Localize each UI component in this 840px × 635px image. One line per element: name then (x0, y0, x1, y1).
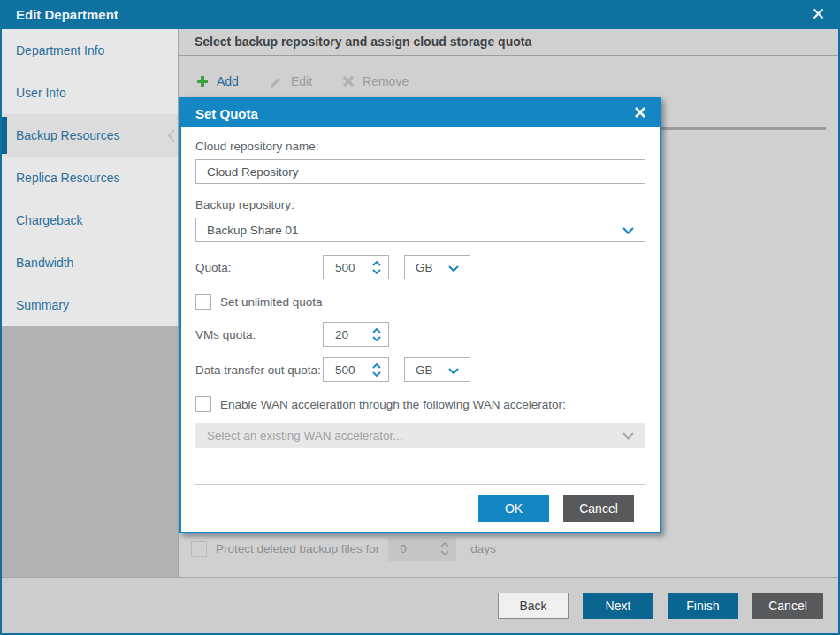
wan-acceleration-label: Enable WAN acceleration through the foll… (220, 398, 566, 411)
chevron-left-icon (168, 129, 175, 142)
quota-unit-select[interactable]: GB (404, 255, 470, 279)
unlimited-quota-checkbox[interactable] (195, 294, 211, 310)
chevron-down-icon[interactable] (440, 550, 449, 555)
edit-department-window: Edit Department Department Info User Inf… (0, 0, 840, 635)
wizard-footer: Back Next Finish Cancel (2, 577, 838, 633)
set-quota-close-button[interactable] (630, 103, 651, 124)
sidebar-item-department-info[interactable]: Department Info (2, 29, 178, 72)
sidebar-items: Department Info User Info Backup Resourc… (2, 29, 178, 326)
unlimited-quota-row: Set unlimited quota (195, 294, 645, 310)
chevron-up-icon[interactable] (372, 328, 381, 333)
chevron-up-icon[interactable] (440, 542, 449, 547)
wan-accelerator-select[interactable]: Select an existing WAN accelerator... (195, 423, 645, 448)
close-icon (634, 106, 646, 121)
sidebar-item-label: Backup Resources (16, 128, 120, 142)
chevron-up-icon[interactable] (372, 261, 381, 266)
dialog-cancel-button[interactable]: Cancel (563, 495, 634, 522)
sidebar-item-label: Bandwidth (16, 256, 73, 270)
vms-quota-row: VMs quota: 20 (195, 322, 645, 347)
protect-deleted-files-label: Protect deleted backup files for (216, 542, 379, 555)
remove-button[interactable]: Remove (342, 74, 409, 88)
next-button[interactable]: Next (583, 593, 653, 619)
repository-toolbar: Add Edit Remove (179, 56, 838, 88)
finish-button[interactable]: Finish (668, 593, 738, 619)
transfer-unit-select[interactable]: GB (404, 357, 470, 382)
wan-accelerator-placeholder: Select an existing WAN accelerator... (207, 429, 403, 442)
backup-repo-value: Backup Share 01 (207, 224, 299, 237)
edit-button[interactable]: Edit (269, 74, 312, 88)
pencil-icon (269, 74, 283, 88)
sidebar-item-chargeback[interactable]: Chargeback (2, 199, 178, 241)
repo-name-input[interactable] (195, 159, 645, 184)
stepper-arrows (372, 328, 388, 341)
wizard-sidebar: Department Info User Info Backup Resourc… (2, 29, 179, 577)
ok-button[interactable]: OK (478, 495, 549, 522)
chevron-down-icon (622, 429, 634, 442)
set-quota-body: Cloud repository name: Backup repository… (181, 127, 660, 522)
stepper-arrows (372, 261, 388, 274)
add-button-label: Add (217, 74, 239, 88)
chevron-down-icon[interactable] (372, 371, 381, 377)
set-quota-footer: OK Cancel (195, 484, 645, 522)
vms-quota-value: 20 (324, 328, 372, 341)
sidebar-item-label: Replica Resources (16, 171, 120, 185)
cancel-button[interactable]: Cancel (752, 593, 823, 619)
vms-quota-label: VMs quota: (195, 328, 323, 341)
remove-button-label: Remove (363, 74, 409, 88)
chevron-up-icon[interactable] (372, 363, 381, 369)
sidebar-item-label: User Info (16, 86, 66, 100)
protect-days-stepper: 0 (388, 537, 456, 561)
quota-stepper[interactable]: 500 (323, 255, 389, 279)
unlimited-quota-label: Set unlimited quota (220, 295, 323, 309)
wan-acceleration-checkbox[interactable] (195, 396, 211, 412)
set-quota-dialog: Set Quota Cloud repository name: Backup … (179, 97, 661, 533)
vms-quota-stepper[interactable]: 20 (323, 322, 389, 347)
sidebar-item-replica-resources[interactable]: Replica Resources (2, 157, 178, 199)
quota-label: Quota: (195, 261, 323, 274)
chevron-down-icon (448, 363, 459, 377)
window-title: Edit Department (16, 7, 118, 22)
wan-acceleration-row: Enable WAN acceleration through the foll… (195, 396, 645, 412)
backup-repo-label: Backup repository: (195, 198, 645, 211)
repo-name-label: Cloud repository name: (195, 140, 645, 153)
sidebar-item-summary[interactable]: Summary (2, 284, 178, 326)
window-titlebar: Edit Department (0, 0, 840, 29)
sidebar-item-backup-resources[interactable]: Backup Resources (2, 114, 178, 157)
back-button[interactable]: Back (498, 593, 569, 619)
x-icon (342, 75, 355, 88)
sidebar-item-label: Chargeback (16, 213, 83, 227)
step-title: Select backup repository and assign clou… (179, 29, 838, 56)
protect-days-suffix: days (470, 542, 496, 555)
plus-icon (196, 75, 209, 88)
set-quota-title: Set Quota (195, 106, 258, 121)
window-close-button[interactable] (808, 5, 828, 25)
protect-deleted-files-row: Protect deleted backup files for 0 days (191, 537, 496, 561)
transfer-unit-value: GB (416, 363, 433, 377)
sidebar-item-user-info[interactable]: User Info (2, 72, 178, 114)
sidebar-item-label: Department Info (16, 43, 104, 57)
quota-row: Quota: 500 GB (195, 255, 645, 279)
sidebar-item-label: Summary (16, 298, 69, 312)
close-icon (813, 7, 824, 22)
transfer-quota-label: Data transfer out quota: (195, 363, 323, 377)
chevron-down-icon (448, 261, 459, 274)
list-divider (661, 127, 826, 130)
chevron-down-icon[interactable] (372, 336, 381, 341)
add-button[interactable]: Add (196, 74, 239, 88)
quota-value: 500 (324, 261, 372, 274)
transfer-quota-stepper[interactable]: 500 (323, 357, 389, 382)
edit-button-label: Edit (291, 74, 312, 88)
quota-unit-value: GB (416, 261, 433, 274)
stepper-arrows (440, 542, 456, 555)
backup-repo-select[interactable]: Backup Share 01 (195, 218, 645, 242)
transfer-quota-row: Data transfer out quota: 500 GB (195, 357, 645, 382)
transfer-quota-value: 500 (324, 363, 372, 377)
set-quota-titlebar: Set Quota (181, 99, 660, 127)
stepper-arrows (372, 363, 388, 377)
chevron-down-icon[interactable] (372, 269, 381, 274)
protect-deleted-files-checkbox[interactable] (191, 541, 207, 557)
protect-days-value: 0 (388, 542, 440, 555)
chevron-down-icon (622, 224, 634, 237)
sidebar-item-bandwidth[interactable]: Bandwidth (2, 241, 178, 284)
